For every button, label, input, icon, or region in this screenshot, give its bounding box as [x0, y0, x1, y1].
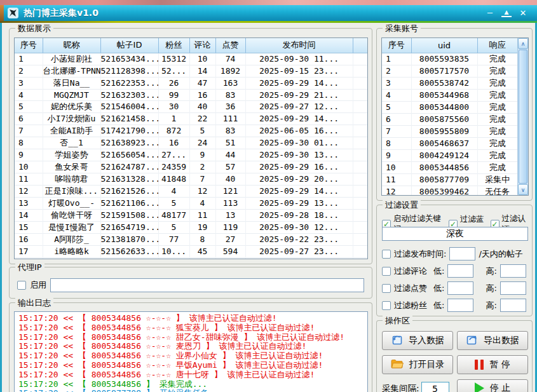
table-cell: 627	[158, 257, 189, 259]
accounts-table[interactable]: 序号 uid 响应 18005593835完成28005717570完成3800…	[381, 37, 529, 196]
table-row[interactable]: 88005468637完成	[382, 137, 517, 149]
filter-time-input[interactable]	[449, 247, 475, 260]
table-cell: 8004249124	[411, 149, 477, 161]
proxy-enable-checkbox[interactable]	[17, 281, 26, 290]
table-row[interactable]: 1小菡短剧社521653434...1531210742025-09-30 11…	[15, 53, 367, 65]
stop-button[interactable]: 停 止	[457, 379, 528, 392]
table-cell	[353, 209, 367, 221]
table-cell: 8005955809	[411, 125, 477, 137]
table-row[interactable]: 98004249124完成	[382, 149, 517, 161]
table-cell: 小菡短剧社	[43, 53, 100, 65]
table-row[interactable]: 108005344856完成	[382, 161, 517, 173]
filter-comments-low-input[interactable]	[447, 264, 473, 278]
filter-likes-high-input[interactable]	[500, 281, 526, 295]
filter-time-checkbox[interactable]	[382, 250, 391, 259]
table-cell: 10...	[158, 245, 189, 257]
table-row[interactable]: 38005538742完成	[382, 77, 517, 89]
table-row[interactable]: 9学姐姿势521656054...27...9442025-09-30 13..…	[15, 149, 367, 161]
filter-comments-label: 过滤评论	[394, 266, 430, 277]
col-header[interactable]: 点赞	[215, 38, 245, 53]
log-output[interactable]: 15:17:20 << 【 8005344856 ☆-☆-☆ 】 该博主已认证自…	[14, 311, 368, 392]
table-row[interactable]: 11哆啦萌君521631328...418487402025-09-29 20.…	[15, 173, 367, 185]
rollup-button[interactable]: ▲	[501, 10, 512, 17]
table-row[interactable]: 17i略略略k521562633...10...455942025-09-27 …	[15, 245, 367, 257]
scroll-down-icon[interactable]: ∨	[518, 184, 528, 195]
import-icon	[391, 335, 403, 347]
col-header[interactable]: 粉丝	[158, 38, 189, 53]
app-logo-icon	[8, 8, 18, 18]
filter-comments-high-input[interactable]	[500, 264, 526, 278]
filter-fans-high-input[interactable]	[500, 299, 526, 312]
minimize-button[interactable]: ─	[485, 9, 495, 18]
table-cell: 83	[215, 89, 245, 100]
table-row[interactable]: 5妮的优乐美521546004...3040362025-09-27 12...	[15, 100, 367, 112]
col-header[interactable]: uid	[411, 38, 477, 53]
table-cell: 2025-09-30 11...	[245, 53, 353, 65]
interval-input[interactable]	[421, 382, 449, 392]
table-cell	[353, 149, 367, 161]
table-row[interactable]: 78005955809完成	[382, 125, 517, 137]
log-line: 15:17:20 << 【 8005344856 ☆-☆-☆ 唐十七呀 】 该博…	[18, 370, 364, 380]
table-cell: 17	[15, 245, 43, 257]
import-data-button[interactable]: 导入数据	[382, 331, 453, 350]
filter-likes-low-input[interactable]	[447, 281, 473, 295]
table-row[interactable]: 10鱼女呆哥521624787...243592572025-09-29 16.…	[15, 161, 367, 173]
col-header[interactable]: 帖子ID	[100, 38, 158, 53]
table-row[interactable]: 12正是I浪味...521621526...4121212025-09-29 1…	[15, 185, 367, 197]
table-cell: 36	[215, 100, 245, 112]
open-directory-button[interactable]: 打开目录	[382, 355, 453, 374]
col-header[interactable]: 昵称	[43, 38, 100, 53]
table-row[interactable]: 16A阿耶莎_521381870...778272025-09-22 23...	[15, 233, 367, 245]
table-row[interactable]: 2台北娜娜-TPNN521128398...52...1418922025-09…	[15, 65, 367, 77]
table-cell: 9	[189, 149, 215, 161]
table-row[interactable]: 4MGQZMJT521632303...9916832025-09-29 21.…	[15, 89, 367, 100]
table-cell: 8005538742	[411, 77, 477, 89]
table-row[interactable]: 14偷吃饼干呀521591508...4817711132025-09-28 1…	[15, 209, 367, 221]
filter-likes-checkbox[interactable]	[382, 284, 391, 293]
log-line: 15:17:20 << 【 8005344856 ☆-☆-☆ 】 该博主已认证自…	[18, 314, 364, 323]
table-row[interactable]: 68005875560完成	[382, 113, 517, 125]
filter-fans-low-input[interactable]	[447, 299, 473, 312]
table-row[interactable]: 118005877709采集中	[382, 173, 517, 186]
table-row[interactable]: 7全能AI助手517421790...8725832025-06-05 16..…	[15, 125, 367, 137]
app-window: 热门博主采集v1.0 ─ ▲ ✕ 数据展示 序号 昵称 帖子ID 粉丝	[0, 5, 537, 392]
col-header[interactable]: 响应	[477, 38, 517, 53]
filter-groupbox: 过滤设置 ✓ 启动过滤关键词 ✓ 过滤蓝V ✓ 过滤认证 过滤发布时间: /天内…	[376, 205, 533, 316]
window-title: 热门博主采集v1.0	[24, 8, 99, 19]
table-row[interactable]: 13灯暖Ovo__-521621106...541132025-09-29 13…	[15, 197, 367, 209]
filter-fans-checkbox[interactable]	[382, 301, 391, 310]
table-row[interactable]: 15是慢I慢跑了521654719...5191192025-09-30 12.…	[15, 221, 367, 233]
proxy-ip-input[interactable]	[50, 278, 364, 292]
titlebar[interactable]: 热门博主采集v1.0 ─ ▲ ✕	[0, 5, 537, 21]
table-row[interactable]: 48005344968完成	[382, 89, 517, 101]
table-row[interactable]: 58005344800完成	[382, 101, 517, 113]
table-row[interactable]: 8否__1521638923...1624512025-09-30 01...	[15, 137, 367, 149]
col-header[interactable]: 评论	[189, 38, 215, 53]
scroll-up-icon[interactable]: ∧	[518, 38, 528, 49]
table-cell: 完成	[477, 77, 517, 89]
table-row[interactable]: 18005593835完成	[382, 53, 517, 65]
export-data-button[interactable]: 导出数据	[457, 331, 528, 350]
table-row[interactable]: 6小I7没烦恼u521621458...1221112025-09-29 14.…	[15, 112, 367, 125]
table-cell: 8005468637	[411, 137, 477, 149]
table-row[interactable]: 18腊肠和水豚521452551...62702052025-09-24 22.…	[15, 257, 367, 259]
col-header[interactable]: 序号	[15, 38, 43, 53]
accounts-scrollbar[interactable]: ∧ ∨	[517, 38, 528, 195]
table-cell: 11	[15, 173, 43, 185]
keyword-input[interactable]	[382, 227, 528, 241]
close-button[interactable]: ✕	[518, 9, 528, 18]
table-cell: 完成	[477, 65, 517, 77]
table-row[interactable]: 3落日Na__521622353...26471632025-09-29 14.…	[15, 77, 367, 89]
col-header[interactable]: 序号	[382, 38, 411, 53]
table-cell: 27...	[158, 149, 189, 161]
table-row[interactable]: 28005717570完成	[382, 65, 517, 77]
filter-comments-checkbox[interactable]	[382, 267, 391, 276]
data-table[interactable]: 序号 昵称 帖子ID 粉丝 评论 点赞 发布时间 1小菡短剧社521653434…	[14, 37, 368, 259]
table-row[interactable]: 128005399462无任务	[382, 186, 517, 196]
pause-button[interactable]: 暂 停	[457, 355, 528, 374]
scrollbar-thumb[interactable]	[519, 50, 527, 184]
table-cell: 521624787...	[100, 161, 158, 173]
col-header[interactable]: 发布时间	[245, 38, 353, 53]
table-cell: 205	[215, 257, 245, 259]
table-cell: 5	[158, 197, 189, 209]
